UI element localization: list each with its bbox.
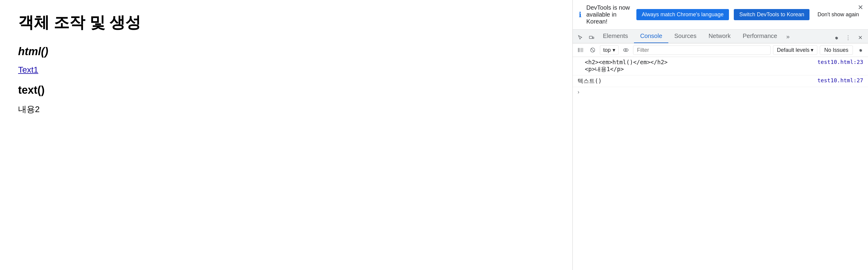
context-dropdown-icon: ▾ [613,47,615,53]
default-levels-button[interactable]: Default levels ▾ [773,45,817,55]
console-row-link-2[interactable]: test10.html:27 [817,77,863,83]
inspect-element-button[interactable] [575,32,586,43]
console-output: <h2><em>html()</em></h2><p>내용1</p> test1… [573,57,868,270]
tab-sources[interactable]: Sources [668,30,703,43]
match-language-button[interactable]: Always match Chrome's language [637,9,729,20]
console-expand-arrow[interactable]: › [573,87,868,97]
no-issues-button[interactable]: No Issues [820,45,853,55]
svg-point-6 [623,48,628,52]
console-context-select[interactable]: top ▾ [600,45,619,55]
info-icon: ℹ [579,10,582,19]
console-html-content: <h2><em>html()</em></h2><p>내용1</p> [585,59,668,72]
tab-performance[interactable]: Performance [737,30,783,43]
devtools-close-button[interactable]: ✕ [855,32,866,43]
page-title: 객체 조작 및 생성 [18,12,554,33]
tab-console[interactable]: Console [634,30,668,43]
func2-label: text() [18,84,554,96]
dont-show-again-button[interactable]: Don't show again [814,9,862,20]
devtools-tabs: Elements Console Sources Network Perform… [573,30,868,43]
live-expressions-button[interactable] [621,45,631,55]
notification-close-button[interactable]: ✕ [858,4,863,11]
console-row: 텍스트() test10.html:27 [573,75,868,87]
svg-rect-2 [578,48,580,52]
console-sidebar-button[interactable] [576,45,585,55]
page-content: 객체 조작 및 생성 html() Text1 text() 내용2 [0,0,572,270]
switch-devtools-button[interactable]: Switch DevTools to Korean [734,9,809,20]
svg-rect-0 [589,36,592,39]
devtools-panel: ℹ DevTools is now available in Korean! A… [572,0,868,270]
content1-text: 내용2 [18,104,554,115]
svg-point-7 [625,49,627,51]
levels-label: Default levels [777,47,809,53]
close-icon: ✕ [858,34,863,41]
svg-line-5 [591,48,594,52]
console-row-link-1[interactable]: test10.html:23 [817,59,863,65]
tabs-settings: ⋮ ✕ [831,32,866,43]
notification-bar: ℹ DevTools is now available in Korean! A… [573,0,868,30]
clear-console-button[interactable] [588,45,597,55]
more-dots-icon: ⋮ [845,34,851,41]
context-label: top [603,47,611,53]
tab-elements[interactable]: Elements [597,30,634,43]
console-row-content: <h2><em>html()</em></h2><p>내용1</p> [585,59,817,73]
svg-rect-1 [593,37,594,39]
func1-label: html() [18,45,554,58]
svg-rect-3 [580,48,583,52]
console-filter-input[interactable] [633,45,771,55]
console-row: <h2><em>html()</em></h2><p>내용1</p> test1… [573,57,868,75]
issues-label: No Issues [824,47,848,53]
tab-network[interactable]: Network [703,30,737,43]
levels-dropdown-icon: ▾ [811,47,813,53]
text1-link[interactable]: Text1 [18,65,554,75]
console-row-content: 텍스트() [578,77,817,85]
notification-message: DevTools is now available in Korean! [586,4,631,25]
tabs-more-button[interactable]: » [783,30,793,43]
console-settings-button[interactable] [855,45,865,55]
devtools-settings-button[interactable] [831,32,841,43]
devtools-more-button[interactable]: ⋮ [843,32,854,43]
console-text-content: 텍스트() [578,77,602,84]
device-toolbar-button[interactable] [586,32,597,43]
console-toolbar: top ▾ Default levels ▾ No Issues [573,43,868,57]
